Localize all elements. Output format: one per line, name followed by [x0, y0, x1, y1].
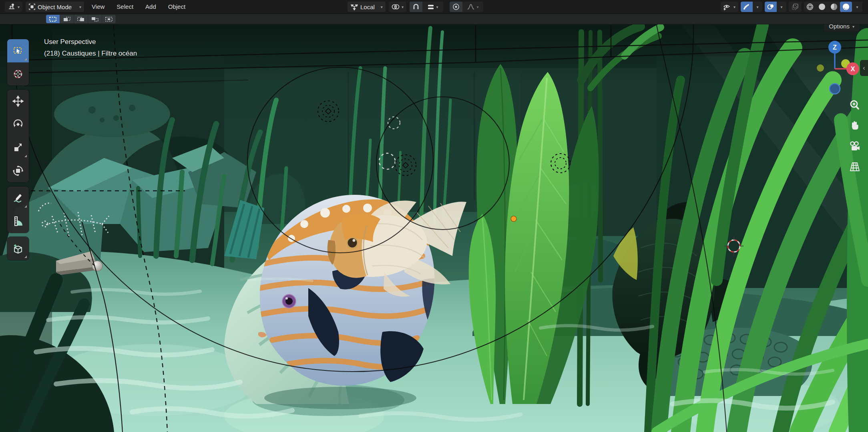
pan-hand-icon — [849, 119, 861, 131]
overlays-toggle[interactable] — [765, 2, 777, 12]
projection-toggle-button[interactable] — [847, 159, 862, 174]
menu-view[interactable]: View — [87, 0, 109, 14]
projection-grid-icon — [848, 160, 861, 173]
falloff-curve-icon — [467, 4, 475, 10]
view-name-label: User Perspective — [44, 38, 137, 46]
select-intersect-icon — [105, 16, 113, 22]
select-mode-subtract[interactable] — [74, 15, 88, 23]
gizmos-toggle[interactable] — [741, 2, 753, 12]
menu-add[interactable]: Add — [141, 0, 161, 14]
measure-icon — [12, 216, 24, 227]
move-icon — [12, 96, 24, 107]
origin-dot[interactable] — [511, 216, 516, 222]
scale-icon — [12, 142, 24, 153]
chevron-down-icon: ▾ — [756, 5, 758, 9]
shading-wireframe[interactable] — [804, 2, 816, 12]
visibility-dropdown[interactable]: ▾ — [721, 2, 738, 12]
gizmos-group: ▾ — [741, 2, 762, 12]
chevron-down-icon: ▾ — [852, 25, 854, 29]
select-set-icon — [49, 16, 57, 22]
solid-sphere-icon — [818, 3, 826, 11]
viewport-scene[interactable] — [0, 0, 868, 432]
tool-scale[interactable] — [7, 136, 29, 159]
zoom-button[interactable] — [847, 98, 862, 113]
select-mode-set[interactable] — [46, 15, 60, 23]
chevron-down-icon: ▾ — [856, 5, 858, 9]
transform-orientation-icon — [350, 3, 358, 10]
overlays-toggle-icon — [767, 3, 775, 10]
gizmo-toggle-icon — [743, 3, 751, 10]
chevron-left-icon: ‹ — [863, 64, 865, 72]
snap-settings-dropdown[interactable]: ▾ — [422, 2, 443, 12]
annotate-pen-icon — [12, 192, 24, 204]
tool-cursor[interactable] — [7, 62, 29, 86]
menu-select[interactable]: Select — [112, 0, 138, 14]
cursor-3d-icon — [12, 68, 24, 80]
mode-dropdown[interactable]: Object Mode ▾ — [26, 2, 84, 12]
menu-object[interactable]: Object — [164, 0, 190, 14]
select-mode-group — [46, 15, 116, 23]
viewport-header: ▾ Object Mode ▾ View Select Add Object — [0, 0, 868, 14]
chevron-down-icon: ▾ — [436, 5, 438, 9]
pivot-point-dropdown[interactable]: ▾ — [389, 2, 406, 12]
proportional-group: ▾ — [450, 2, 483, 12]
falloff-dropdown[interactable]: ▾ — [462, 2, 483, 12]
shading-material[interactable] — [828, 2, 840, 12]
snap-target-icon — [427, 4, 434, 10]
transform-orientation-dropdown[interactable]: Local ▾ — [348, 2, 386, 12]
orientation-label: Local — [360, 4, 375, 10]
wireframe-sphere-icon — [806, 3, 814, 11]
gizmo-axis-y-neg[interactable] — [817, 64, 824, 72]
select-mode-extend[interactable] — [60, 15, 74, 23]
gizmo-z-label: Z — [833, 44, 837, 51]
tool-select-box[interactable] — [7, 39, 29, 62]
select-mode-intersect[interactable] — [102, 15, 116, 23]
select-extend-icon — [63, 16, 71, 22]
select-invert-icon — [91, 16, 99, 22]
tool-annotate[interactable] — [7, 186, 29, 210]
show-hide-icon — [723, 3, 731, 10]
camera-view-button[interactable] — [847, 139, 862, 154]
navigation-gizmo[interactable]: Z X — [809, 38, 862, 99]
mode-label: Object Mode — [38, 4, 72, 10]
shading-modes-group: ▾ — [804, 2, 862, 12]
chevron-down-icon: ▾ — [476, 5, 478, 9]
shading-dropdown[interactable]: ▾ — [852, 2, 862, 12]
blender-window: User Perspective (218) Caustiques | Filt… — [0, 0, 868, 432]
gizmo-axis-z-neg[interactable] — [830, 84, 840, 94]
chevron-down-icon: ▾ — [381, 5, 383, 9]
tool-move[interactable] — [7, 90, 29, 113]
snap-toggle[interactable] — [410, 2, 422, 12]
tool-measure[interactable] — [7, 210, 29, 233]
gizmos-dropdown[interactable]: ▾ — [753, 2, 762, 12]
proportional-editing-icon — [452, 3, 460, 10]
overlays-dropdown[interactable]: ▾ — [777, 2, 786, 12]
shading-solid[interactable] — [816, 2, 828, 12]
pan-button[interactable] — [847, 118, 862, 133]
rotate-icon — [12, 119, 24, 130]
tool-add-cube[interactable] — [7, 237, 29, 260]
shading-rendered[interactable] — [840, 2, 852, 12]
tool-transform[interactable] — [7, 159, 29, 182]
editor-type-button[interactable]: ▾ — [5, 2, 22, 12]
chevron-down-icon: ▾ — [780, 5, 782, 9]
select-mode-invert[interactable] — [88, 15, 102, 23]
xray-toggle[interactable] — [789, 2, 802, 12]
add-cube-icon — [12, 243, 24, 254]
magnet-icon — [412, 3, 420, 10]
select-box-icon — [13, 46, 23, 56]
camera-view-icon — [848, 140, 861, 153]
transform-icon — [12, 165, 24, 176]
snap-group: ▾ — [410, 2, 443, 12]
tool-rotate[interactable] — [7, 113, 29, 136]
viewport-label: User Perspective (218) Caustiques | Filt… — [44, 38, 137, 58]
3d-viewport-editor-icon — [8, 3, 16, 10]
chevron-down-icon: ▾ — [18, 5, 20, 9]
chevron-down-icon: ▾ — [402, 5, 404, 9]
active-collection-label: (218) Caustiques | Filtre océan — [44, 50, 137, 58]
proportional-editing-toggle[interactable] — [450, 2, 462, 12]
rendered-sphere-icon — [842, 3, 850, 11]
xray-toggle-icon — [791, 3, 799, 10]
tool-settings-bar — [0, 14, 868, 24]
select-subtract-icon — [77, 16, 85, 22]
